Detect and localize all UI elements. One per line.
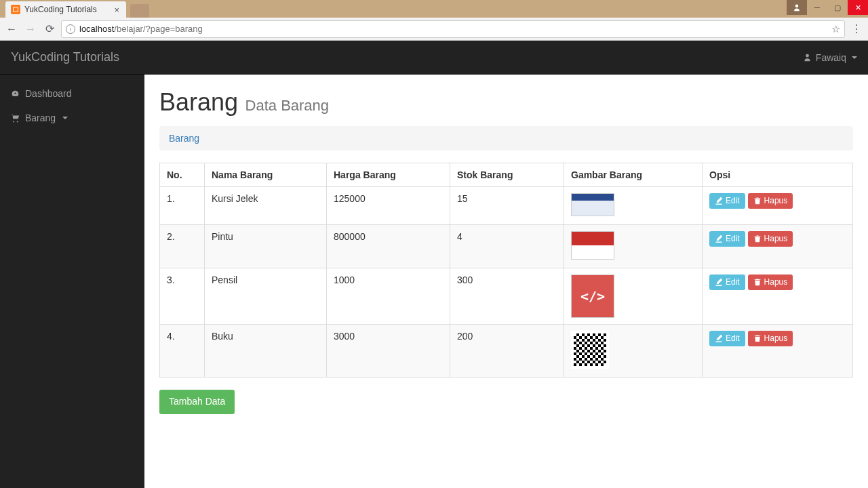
cell-harga: 125000 bbox=[327, 187, 450, 225]
cell-opsi: Edit Hapus bbox=[703, 225, 853, 268]
page-title: Barang bbox=[159, 88, 238, 116]
cell-nama: Pintu bbox=[205, 225, 327, 268]
cell-no: 2. bbox=[160, 225, 205, 268]
dashboard-icon bbox=[11, 89, 20, 98]
cell-opsi: Edit Hapus bbox=[703, 268, 853, 325]
cell-nama: Pensil bbox=[205, 268, 327, 325]
th-nama: Nama Barang bbox=[205, 163, 327, 187]
table-row: 2.Pintu8000004 Edit Hapus bbox=[160, 225, 853, 268]
cell-no: 4. bbox=[160, 325, 205, 378]
window-maximize-icon[interactable]: ▢ bbox=[827, 0, 848, 15]
th-opsi: Opsi bbox=[703, 163, 853, 187]
tab-strip: YukCoding Tutorials × ─ ▢ ✕ bbox=[0, 0, 868, 18]
cell-gambar bbox=[564, 325, 703, 378]
edit-button[interactable]: Edit bbox=[709, 331, 745, 346]
hapus-button[interactable]: Hapus bbox=[748, 274, 793, 290]
sidebar-item-barang[interactable]: Barang bbox=[0, 106, 144, 130]
user-icon bbox=[803, 53, 812, 62]
hapus-button[interactable]: Hapus bbox=[748, 331, 793, 346]
sidebar-item-label: Barang bbox=[25, 113, 56, 123]
item-thumbnail: </> bbox=[571, 274, 614, 318]
tab-title: YukCoding Tutorials bbox=[24, 5, 97, 14]
cell-nama: Buku bbox=[205, 325, 327, 378]
user-name: Fawaiq bbox=[816, 52, 846, 63]
forward-icon: → bbox=[23, 22, 38, 37]
item-thumbnail bbox=[571, 193, 614, 216]
cell-nama: Kursi Jelek bbox=[205, 187, 327, 225]
brand[interactable]: YukCoding Tutorials bbox=[11, 50, 119, 64]
item-thumbnail bbox=[571, 331, 609, 369]
cell-stok: 300 bbox=[450, 268, 564, 325]
table-row: 4.Buku3000200 Edit Hapus bbox=[160, 325, 853, 378]
url-bar[interactable]: i localhost/belajar/?page=barang ☆ bbox=[61, 20, 845, 38]
favicon-icon bbox=[11, 5, 20, 14]
sidebar-item-label: Dashboard bbox=[25, 88, 72, 99]
cart-icon bbox=[11, 114, 20, 123]
table-row: 1.Kursi Jelek12500015 Edit Hapus bbox=[160, 187, 853, 225]
reload-icon[interactable]: ⟳ bbox=[42, 22, 57, 37]
bookmark-star-icon[interactable]: ☆ bbox=[831, 23, 840, 35]
window-close-icon[interactable]: ✕ bbox=[848, 0, 868, 15]
cell-stok: 15 bbox=[450, 187, 564, 225]
barang-table: No. Nama Barang Harga Barang Stok Barang… bbox=[159, 163, 853, 378]
cell-harga: 800000 bbox=[327, 225, 450, 268]
sidebar: Dashboard Barang bbox=[0, 75, 144, 488]
back-icon[interactable]: ← bbox=[4, 22, 19, 37]
th-no: No. bbox=[160, 163, 205, 187]
cell-gambar bbox=[564, 225, 703, 268]
sidebar-item-dashboard[interactable]: Dashboard bbox=[0, 81, 144, 106]
edit-button[interactable]: Edit bbox=[709, 231, 745, 247]
cell-no: 3. bbox=[160, 268, 205, 325]
cell-stok: 200 bbox=[450, 325, 564, 378]
cell-stok: 4 bbox=[450, 225, 564, 268]
th-gambar: Gambar Barang bbox=[564, 163, 703, 187]
breadcrumb-link[interactable]: Barang bbox=[169, 133, 199, 144]
breadcrumb: Barang bbox=[159, 126, 853, 150]
table-header-row: No. Nama Barang Harga Barang Stok Barang… bbox=[160, 163, 853, 187]
tambah-data-button[interactable]: Tambah Data bbox=[159, 390, 235, 414]
th-harga: Harga Barang bbox=[327, 163, 450, 187]
item-thumbnail bbox=[571, 231, 614, 260]
tab-close-icon[interactable]: × bbox=[113, 5, 121, 15]
cell-gambar: </> bbox=[564, 268, 703, 325]
user-menu[interactable]: Fawaiq bbox=[803, 52, 857, 63]
page-header: Barang Data Barang bbox=[159, 88, 853, 117]
content: Barang Data Barang Barang No. Nama Baran… bbox=[144, 75, 868, 488]
hapus-button[interactable]: Hapus bbox=[748, 231, 793, 247]
edit-button[interactable]: Edit bbox=[709, 193, 745, 209]
app: YukCoding Tutorials Fawaiq Dashboard Bar… bbox=[0, 41, 868, 488]
th-stok: Stok Barang bbox=[450, 163, 564, 187]
cell-harga: 1000 bbox=[327, 268, 450, 325]
edit-button[interactable]: Edit bbox=[709, 274, 745, 290]
cell-gambar bbox=[564, 187, 703, 225]
chrome-menu-icon[interactable]: ⋮ bbox=[849, 22, 864, 35]
cell-opsi: Edit Hapus bbox=[703, 325, 853, 378]
browser-chrome: YukCoding Tutorials × ─ ▢ ✕ ← → ⟳ i loca… bbox=[0, 0, 868, 41]
url-path: /belajar/?page=barang bbox=[114, 24, 202, 34]
body: Dashboard Barang Barang Data Barang Bara… bbox=[0, 75, 868, 488]
site-info-icon[interactable]: i bbox=[66, 24, 75, 34]
caret-down-icon bbox=[852, 56, 857, 59]
new-tab-button[interactable] bbox=[130, 4, 149, 18]
cell-no: 1. bbox=[160, 187, 205, 225]
hapus-button[interactable]: Hapus bbox=[748, 193, 793, 209]
table-row: 3.Pensil1000300</> Edit Hapus bbox=[160, 268, 853, 325]
cell-opsi: Edit Hapus bbox=[703, 187, 853, 225]
topbar: YukCoding Tutorials Fawaiq bbox=[0, 41, 868, 75]
chrome-user-icon[interactable] bbox=[787, 0, 807, 15]
page-subtitle: Data Barang bbox=[245, 97, 330, 114]
address-bar-row: ← → ⟳ i localhost/belajar/?page=barang ☆… bbox=[0, 18, 868, 41]
cell-harga: 3000 bbox=[327, 325, 450, 378]
browser-tab[interactable]: YukCoding Tutorials × bbox=[5, 1, 126, 18]
window-minimize-icon[interactable]: ─ bbox=[807, 0, 827, 15]
caret-down-icon bbox=[62, 117, 68, 119]
url-host: localhost bbox=[79, 24, 114, 34]
window-controls: ─ ▢ ✕ bbox=[787, 0, 868, 15]
